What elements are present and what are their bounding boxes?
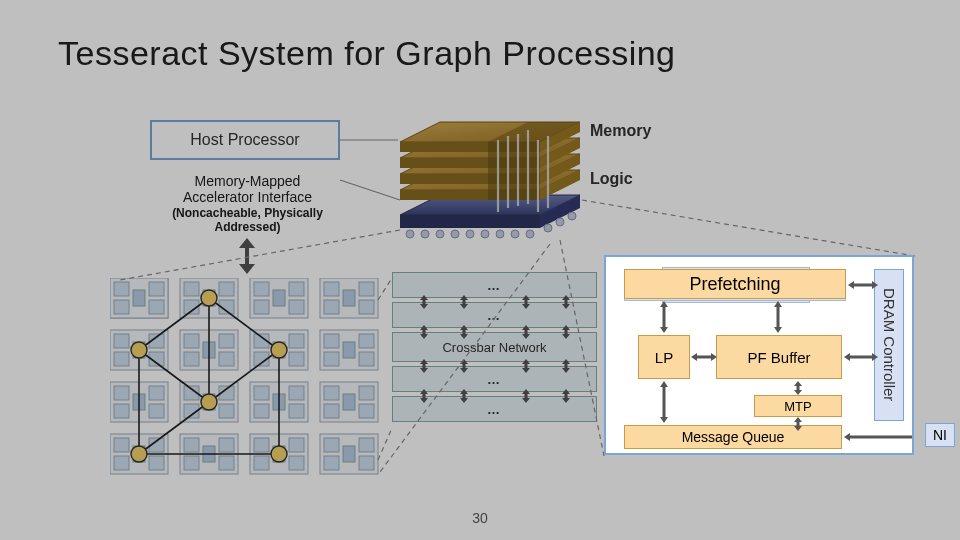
svg-line-88 bbox=[582, 200, 915, 256]
interface-line2: Accelerator Interface bbox=[160, 189, 335, 205]
svg-marker-80 bbox=[774, 301, 782, 333]
svg-marker-67 bbox=[420, 325, 428, 339]
svg-point-58 bbox=[201, 290, 217, 306]
svg-marker-77 bbox=[522, 389, 530, 403]
crossbar-column: … … Crossbar Network … … bbox=[392, 272, 597, 426]
svg-point-34 bbox=[568, 212, 576, 220]
svg-point-61 bbox=[131, 446, 147, 462]
svg-point-30 bbox=[511, 230, 519, 238]
svg-marker-71 bbox=[420, 359, 428, 373]
svg-point-60 bbox=[201, 394, 217, 410]
slice-connectors-icon bbox=[392, 270, 597, 440]
svg-point-29 bbox=[496, 230, 504, 238]
svg-marker-85 bbox=[794, 417, 802, 431]
svg-marker-15 bbox=[488, 142, 540, 200]
svg-marker-83 bbox=[848, 281, 878, 289]
svg-marker-63 bbox=[420, 295, 428, 309]
svg-point-59 bbox=[271, 342, 287, 358]
svg-point-27 bbox=[466, 230, 474, 238]
page-number: 30 bbox=[0, 510, 960, 526]
svg-marker-73 bbox=[522, 359, 530, 373]
svg-marker-79 bbox=[660, 301, 668, 333]
svg-marker-87 bbox=[844, 433, 912, 441]
ni-box: NI bbox=[925, 423, 955, 447]
svg-point-28 bbox=[481, 230, 489, 238]
panel-arrows-icon bbox=[606, 257, 912, 453]
svg-marker-69 bbox=[522, 325, 530, 339]
svg-point-26 bbox=[451, 230, 459, 238]
svg-marker-74 bbox=[562, 359, 570, 373]
svg-point-25 bbox=[436, 230, 444, 238]
svg-marker-64 bbox=[460, 295, 468, 309]
svg-point-24 bbox=[421, 230, 429, 238]
interface-line1: Memory-Mapped bbox=[160, 173, 335, 189]
svg-line-90 bbox=[120, 230, 400, 280]
svg-marker-78 bbox=[562, 389, 570, 403]
ni-label: NI bbox=[933, 427, 947, 443]
slide: Tesseract System for Graph Processing Ho… bbox=[0, 0, 960, 540]
slide-title: Tesseract System for Graph Processing bbox=[58, 34, 676, 73]
svg-marker-86 bbox=[660, 381, 668, 423]
svg-marker-82 bbox=[844, 353, 878, 361]
interface-caption: Memory-Mapped Accelerator Interface (Non… bbox=[160, 173, 335, 235]
host-processor-box: Host Processor bbox=[150, 120, 340, 160]
svg-point-31 bbox=[526, 230, 534, 238]
hmc-cube-icon bbox=[380, 100, 590, 260]
svg-marker-72 bbox=[460, 359, 468, 373]
svg-point-33 bbox=[556, 218, 564, 226]
svg-marker-35 bbox=[239, 238, 255, 274]
svg-marker-75 bbox=[420, 389, 428, 403]
logic-label: Logic bbox=[590, 170, 633, 188]
svg-point-23 bbox=[406, 230, 414, 238]
svg-marker-65 bbox=[522, 295, 530, 309]
host-processor-label: Host Processor bbox=[190, 131, 299, 149]
svg-marker-66 bbox=[562, 295, 570, 309]
memory-label: Memory bbox=[590, 122, 651, 140]
svg-point-32 bbox=[544, 224, 552, 232]
svg-marker-81 bbox=[691, 353, 717, 361]
svg-point-62 bbox=[271, 446, 287, 462]
bidirectional-arrow-icon bbox=[235, 238, 259, 274]
vault-grid-icon bbox=[110, 278, 390, 478]
svg-point-57 bbox=[131, 342, 147, 358]
svg-marker-68 bbox=[460, 325, 468, 339]
svg-marker-84 bbox=[794, 381, 802, 395]
svg-marker-1 bbox=[400, 215, 540, 228]
svg-marker-76 bbox=[460, 389, 468, 403]
interface-note: (Noncacheable, Physically Addressed) bbox=[160, 207, 335, 235]
svg-marker-70 bbox=[562, 325, 570, 339]
vault-detail-panel: Prefetching LP PF Buffer MTP Message Que… bbox=[604, 255, 914, 455]
